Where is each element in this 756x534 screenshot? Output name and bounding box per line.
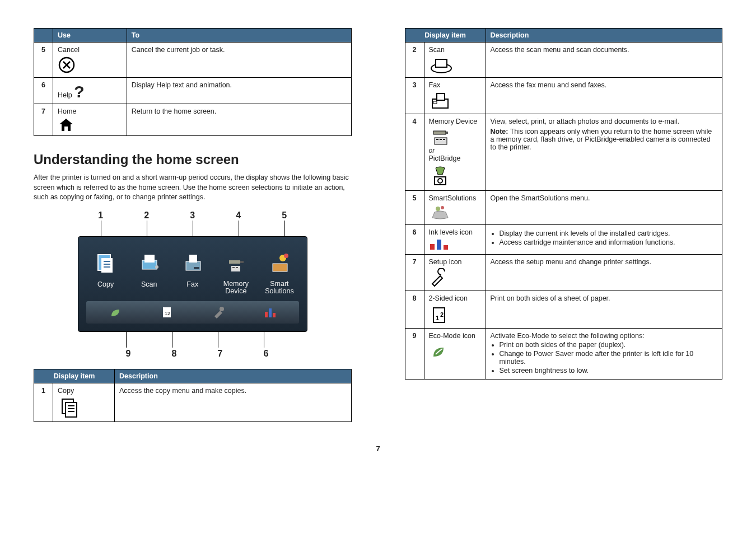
svg-point-46 bbox=[438, 179, 442, 183]
item-cell: Scan bbox=[424, 43, 486, 78]
svg-rect-39 bbox=[433, 131, 446, 134]
use-cell: Cancel bbox=[53, 43, 127, 78]
row-number: 2 bbox=[405, 43, 424, 78]
bullet: Change to Power Saver mode after the pri… bbox=[500, 350, 718, 366]
item-cell: Ink levels icon bbox=[424, 225, 486, 255]
or-label: or bbox=[429, 147, 481, 154]
smart-solutions-tile: SmartSolutions bbox=[260, 247, 299, 296]
svg-rect-17 bbox=[231, 266, 240, 271]
label: Setup icon bbox=[429, 258, 462, 266]
svg-rect-27 bbox=[269, 308, 272, 317]
svg-rect-35 bbox=[436, 59, 447, 67]
ink-levels-bar-icon bbox=[263, 305, 277, 320]
row-number: 5 bbox=[34, 43, 53, 78]
fax-tile-icon bbox=[180, 250, 205, 275]
callout-number: 6 bbox=[243, 349, 289, 359]
scan-tile-icon bbox=[137, 250, 161, 275]
svg-rect-22 bbox=[273, 264, 287, 271]
row-number: 7 bbox=[34, 104, 53, 136]
table-row: 7 Home Return to the home screen. bbox=[34, 104, 352, 136]
item-cell: Setup icon bbox=[424, 255, 486, 291]
ink-levels-icon bbox=[429, 238, 481, 251]
svg-rect-30 bbox=[66, 402, 77, 417]
description-cell: Open the SmartSolutions menu. bbox=[486, 191, 722, 225]
to-cell: Cancel the current job or task. bbox=[127, 43, 351, 78]
note-label: Note: bbox=[491, 128, 508, 135]
svg-rect-44 bbox=[443, 139, 445, 140]
display-item-table-left: Display item Description 1 Copy Access t… bbox=[34, 369, 352, 422]
memory-device-icon bbox=[429, 128, 481, 147]
svg-rect-40 bbox=[446, 132, 448, 134]
table-row: 7 Setup icon Access the setup menu and c… bbox=[405, 255, 722, 291]
description-cell: Access the scan menu and scan documents. bbox=[486, 43, 722, 78]
header-display-item: Display item bbox=[405, 29, 486, 43]
description-cell: Print on both sides of a sheet of paper. bbox=[486, 291, 722, 329]
header-to: To bbox=[127, 29, 351, 43]
svg-rect-5 bbox=[101, 258, 113, 273]
description-cell: Access the fax menu and send faxes. bbox=[486, 78, 722, 114]
label: SmartSolutions bbox=[429, 194, 477, 202]
header-description: Description bbox=[486, 29, 722, 43]
svg-rect-51 bbox=[444, 245, 448, 250]
bottom-bar: 12 bbox=[86, 301, 299, 324]
bullet: Print on both sides of the paper (duplex… bbox=[500, 341, 718, 349]
right-column: Display item Description 2 Scan Access t… bbox=[405, 28, 723, 380]
svg-marker-3 bbox=[59, 119, 73, 131]
row-number: 1 bbox=[34, 383, 53, 422]
svg-text:1: 1 bbox=[436, 315, 439, 321]
table-row: 1 Copy Access the copy menu and make cop… bbox=[34, 383, 352, 422]
smart-solutions-tile-icon bbox=[267, 250, 292, 275]
memory-device-tile: MemoryDevice bbox=[217, 247, 256, 296]
header-display-item: Display item bbox=[34, 369, 115, 383]
fax-icon bbox=[429, 91, 481, 110]
header-blank bbox=[34, 29, 53, 43]
callout-number: 2 bbox=[124, 210, 170, 221]
svg-rect-26 bbox=[265, 312, 268, 317]
svg-rect-38 bbox=[433, 101, 437, 104]
use-to-table: Use To 5 Cancel Cancel the current job o… bbox=[34, 28, 352, 136]
svg-rect-37 bbox=[437, 93, 445, 100]
item-cell: Eco-Mode icon bbox=[424, 329, 486, 380]
desc-line: Activate Eco-Mode to select the followin… bbox=[491, 332, 718, 340]
svg-rect-42 bbox=[436, 139, 438, 140]
svg-rect-41 bbox=[435, 138, 447, 144]
callout-number: 3 bbox=[170, 210, 216, 221]
svg-rect-43 bbox=[440, 139, 442, 140]
callout-number: 1 bbox=[78, 210, 124, 221]
item-cell: Copy bbox=[53, 383, 115, 422]
label: Eco-Mode icon bbox=[429, 332, 475, 340]
tile-label: Copy bbox=[86, 280, 125, 288]
fax-tile: Fax bbox=[173, 247, 212, 296]
label: Memory Device bbox=[429, 118, 478, 125]
description-cell: Access the copy menu and make copies. bbox=[115, 383, 352, 422]
to-cell: Display Help text and animation. bbox=[127, 78, 351, 104]
tile-label: Fax bbox=[173, 280, 212, 288]
row-number: 3 bbox=[405, 78, 424, 114]
callout-number: 9 bbox=[105, 349, 151, 359]
eco-mode-icon bbox=[429, 342, 481, 361]
label: Home bbox=[58, 107, 76, 115]
label: Help bbox=[58, 91, 72, 99]
two-column-layout: Use To 5 Cancel Cancel the current job o… bbox=[34, 28, 722, 422]
label: 2-Sided icon bbox=[429, 294, 468, 302]
display-item-table-right: Display item Description 2 Scan Access t… bbox=[405, 28, 723, 380]
description-cell: View, select, print, or attach photos an… bbox=[486, 114, 722, 191]
two-sided-bar-icon: 12 bbox=[160, 305, 174, 320]
svg-rect-16 bbox=[240, 261, 244, 263]
home-icon bbox=[58, 118, 122, 132]
svg-rect-19 bbox=[236, 267, 238, 268]
svg-rect-50 bbox=[437, 240, 441, 250]
label: Copy bbox=[58, 387, 74, 395]
bullet: Access cartridge maintenance and informa… bbox=[500, 238, 718, 246]
bottom-callout-labels: 9 8 7 6 bbox=[78, 349, 307, 359]
item-cell: Fax bbox=[424, 78, 486, 114]
table-row: 5 SmartSolutions Open the SmartSolutions… bbox=[405, 191, 722, 225]
svg-point-11 bbox=[155, 265, 158, 269]
row-number: 6 bbox=[405, 225, 424, 255]
bullet: Display the current ink levels of the in… bbox=[500, 229, 718, 237]
callout-lines-top bbox=[78, 221, 307, 236]
description-cell: Activate Eco-Mode to select the followin… bbox=[486, 329, 722, 380]
item-cell: SmartSolutions bbox=[424, 191, 486, 225]
svg-rect-28 bbox=[273, 313, 276, 317]
to-cell: Return to the home screen. bbox=[127, 104, 351, 136]
